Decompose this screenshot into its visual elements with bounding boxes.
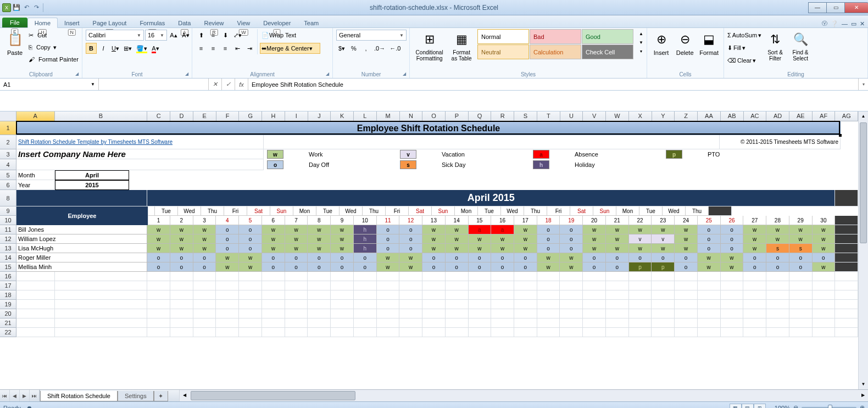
- col-header-Z[interactable]: Z: [675, 111, 698, 121]
- shift-cell[interactable]: o: [491, 253, 514, 262]
- shift-cell[interactable]: w: [193, 234, 216, 244]
- bold-button[interactable]: B: [86, 43, 97, 54]
- col-header-AD[interactable]: AD: [766, 111, 789, 121]
- shift-cell[interactable]: w: [193, 225, 216, 234]
- day-name-8[interactable]: Wed: [178, 206, 201, 216]
- sort-filter-button[interactable]: ⇅Sort & Filter: [764, 29, 787, 63]
- day-num-18[interactable]: 18: [537, 216, 560, 225]
- day-name-9[interactable]: Thu: [201, 206, 224, 216]
- shift-cell[interactable]: p: [652, 262, 675, 272]
- shift-cell[interactable]: w: [813, 234, 836, 244]
- clear-button[interactable]: ⌫ Clear ▾: [727, 54, 761, 66]
- day-num-3[interactable]: 3: [193, 216, 216, 225]
- day-num-20[interactable]: 20: [583, 216, 606, 225]
- shift-cell[interactable]: h: [354, 244, 377, 253]
- shift-cell[interactable]: o: [606, 262, 629, 272]
- shift-cell[interactable]: w: [675, 225, 698, 234]
- shift-cell[interactable]: s: [789, 244, 813, 253]
- shift-cell[interactable]: w: [514, 225, 537, 234]
- shift-cell[interactable]: o: [193, 253, 216, 262]
- row-header-19[interactable]: 19: [0, 300, 16, 309]
- shift-cell[interactable]: o: [491, 262, 514, 272]
- shift-cell[interactable]: w: [583, 225, 606, 234]
- year-value[interactable]: 2015: [55, 180, 129, 190]
- col-header-G[interactable]: G: [239, 111, 262, 121]
- row-header-10[interactable]: 10: [0, 216, 16, 225]
- shift-cell[interactable]: o: [789, 262, 813, 272]
- day-num-1[interactable]: 1: [147, 216, 170, 225]
- grow-font-button[interactable]: A▴: [168, 30, 179, 41]
- shift-cell[interactable]: w: [308, 244, 331, 253]
- tab-pagelayout[interactable]: Page LayoutP: [86, 18, 133, 27]
- shift-cell[interactable]: w: [606, 244, 629, 253]
- border-button[interactable]: ⊞▾: [122, 43, 133, 54]
- shift-cell[interactable]: o: [216, 244, 239, 253]
- shift-cell[interactable]: w: [399, 253, 422, 262]
- day-num-24[interactable]: 24: [675, 216, 698, 225]
- shift-cell[interactable]: o: [675, 262, 698, 272]
- shift-cell[interactable]: w: [743, 244, 766, 253]
- col-header-U[interactable]: U: [560, 111, 583, 121]
- shift-cell[interactable]: o: [422, 262, 446, 272]
- delete-cells-button[interactable]: ⊖Delete: [674, 29, 695, 58]
- row-header-12[interactable]: 12: [0, 234, 16, 244]
- shift-cell[interactable]: o: [331, 262, 354, 272]
- shift-cell[interactable]: o: [308, 253, 331, 262]
- row-header-13[interactable]: 13: [0, 244, 16, 253]
- close-button[interactable]: ✕: [844, 2, 868, 13]
- format-painter-icon[interactable]: 🖌: [29, 56, 35, 63]
- col-header-W[interactable]: W: [606, 111, 629, 121]
- day-name-20[interactable]: Mon: [455, 206, 478, 216]
- month-label[interactable]: Month: [16, 170, 55, 180]
- shift-cell[interactable]: w: [606, 234, 629, 244]
- col-header-T[interactable]: T: [537, 111, 560, 121]
- shift-cell[interactable]: v: [652, 234, 675, 244]
- shift-cell[interactable]: o: [721, 234, 744, 244]
- shift-cell[interactable]: w: [652, 244, 675, 253]
- row-header-2[interactable]: 2: [0, 135, 16, 149]
- shift-cell[interactable]: w: [537, 253, 560, 262]
- shift-cell[interactable]: o: [285, 253, 308, 262]
- shift-cell[interactable]: o: [446, 262, 469, 272]
- row-header-4[interactable]: 4: [0, 159, 16, 170]
- find-select-button[interactable]: 🔍Find & Select: [789, 29, 812, 63]
- shift-cell[interactable]: o: [377, 225, 400, 234]
- day-name-16[interactable]: Thu: [363, 206, 386, 216]
- insert-cells-button[interactable]: ⊕Insert: [650, 29, 672, 58]
- select-all-corner[interactable]: [0, 111, 16, 121]
- shift-cell[interactable]: o: [675, 253, 698, 262]
- style-check-cell[interactable]: Check Cell: [582, 44, 633, 59]
- percent-button[interactable]: %: [348, 43, 359, 54]
- shift-cell[interactable]: o: [262, 253, 285, 262]
- vertical-scrollbar[interactable]: ▲ ▼: [858, 111, 868, 389]
- day-name-11[interactable]: Sat: [247, 206, 270, 216]
- shift-cell[interactable]: w: [675, 244, 698, 253]
- shift-cell[interactable]: w: [285, 225, 308, 234]
- conditional-formatting-button[interactable]: ⊞Conditional Formatting: [413, 29, 446, 63]
- shift-cell[interactable]: w: [675, 234, 698, 244]
- shift-cell[interactable]: o: [537, 244, 560, 253]
- gallery-down-button[interactable]: ▼: [636, 38, 647, 47]
- style-good[interactable]: Good: [582, 29, 633, 44]
- col-header-P[interactable]: P: [446, 111, 469, 121]
- shift-cell[interactable]: o: [514, 262, 537, 272]
- shift-cell[interactable]: o: [789, 253, 813, 262]
- row-header-22[interactable]: 22: [0, 328, 16, 337]
- comma-button[interactable]: ,: [360, 43, 371, 54]
- shift-cell[interactable]: o: [170, 262, 193, 272]
- day-name-28[interactable]: Tue: [639, 206, 663, 216]
- employee-name[interactable]: Lisa McHugh: [16, 244, 147, 253]
- style-neutral[interactable]: Neutral: [477, 44, 529, 59]
- day-num-6[interactable]: 6: [262, 216, 285, 225]
- col-header-B[interactable]: B: [55, 111, 148, 121]
- shift-cell[interactable]: o: [514, 253, 537, 262]
- shift-cell[interactable]: o: [377, 244, 400, 253]
- col-header-I[interactable]: I: [285, 111, 308, 121]
- row-header-15[interactable]: 15: [0, 262, 16, 272]
- shift-cell[interactable]: o: [698, 234, 721, 244]
- shift-cell[interactable]: o: [721, 244, 744, 253]
- shift-cell[interactable]: o: [399, 234, 422, 244]
- col-header-AC[interactable]: AC: [744, 111, 767, 121]
- macro-record-icon[interactable]: ⏺: [26, 405, 32, 409]
- currency-button[interactable]: $▾: [336, 43, 347, 54]
